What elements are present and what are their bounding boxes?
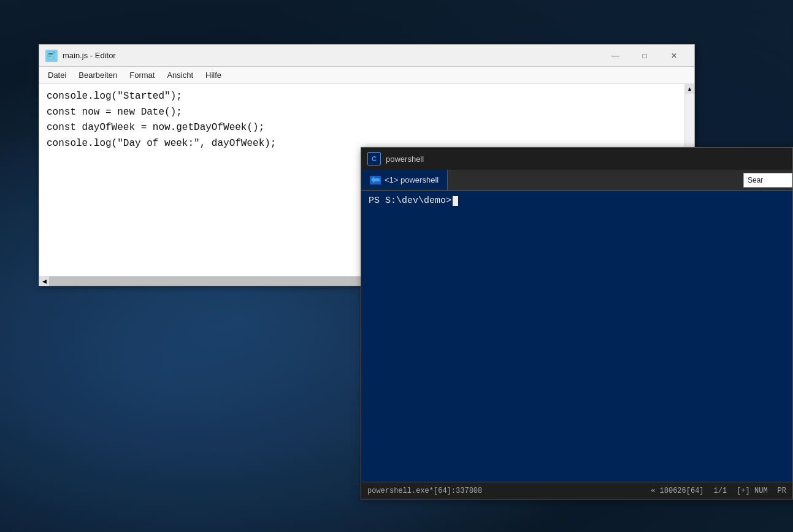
menu-datei[interactable]: Datei (42, 68, 72, 82)
ps-status-extra: PR (778, 487, 786, 495)
editor-titlebar: main.js - Editor — □ ✕ (39, 45, 694, 67)
editor-title: main.js - Editor (63, 51, 116, 60)
ps-tabbar: <1> powershell (361, 170, 792, 191)
ps-tab-label: <1> powershell (385, 175, 439, 184)
ps-tab-1[interactable]: <1> powershell (361, 170, 448, 190)
editor-menubar: Datei Bearbeiten Format Ansicht Hilfe (39, 67, 694, 84)
titlebar-left: main.js - Editor (45, 50, 116, 62)
ps-titlebar-icon: C (367, 152, 381, 165)
scroll-left-arrow[interactable]: ◀ (39, 276, 49, 286)
ps-title-text: powershell (386, 154, 786, 164)
ps-cursor (453, 196, 458, 206)
ps-content-area[interactable]: PS S:\dev\demo> (361, 191, 792, 482)
menu-format[interactable]: Format (123, 68, 161, 82)
ps-status-page: 1/1 (714, 487, 727, 495)
menu-bearbeiten[interactable]: Bearbeiten (72, 68, 123, 82)
minimize-button[interactable]: — (601, 47, 629, 65)
window-controls: — □ ✕ (601, 47, 688, 65)
ps-tab-icon (370, 176, 381, 184)
ps-status-num: [+] NUM (737, 487, 767, 495)
svg-rect-2 (48, 55, 53, 55)
ps-titlebar: C powershell (361, 148, 792, 170)
scroll-up-arrow[interactable]: ▲ (685, 84, 695, 94)
editor-file-icon (45, 50, 58, 62)
svg-rect-1 (48, 53, 53, 54)
ps-search-box (743, 170, 792, 190)
ps-status-left: powershell.exe*[64]:337808 (367, 487, 482, 495)
maximize-button[interactable]: □ (630, 47, 659, 65)
svg-rect-3 (48, 56, 52, 56)
ps-search-input[interactable] (743, 173, 792, 188)
ps-status-right: « 180626[64] 1/1 [+] NUM PR (651, 487, 786, 495)
ps-prompt-line: PS S:\dev\demo> (369, 196, 785, 206)
menu-hilfe[interactable]: Hilfe (199, 68, 228, 82)
ps-status-middle: « 180626[64] (651, 487, 703, 495)
menu-ansicht[interactable]: Ansicht (161, 68, 199, 82)
ps-icon-text: C (372, 155, 377, 162)
ps-statusbar: powershell.exe*[64]:337808 « 180626[64] … (361, 482, 792, 499)
powershell-window: C powershell <1> powershell PS S:\dev\de… (361, 147, 793, 500)
close-button[interactable]: ✕ (660, 47, 688, 65)
svg-marker-5 (371, 177, 380, 183)
ps-prompt-text: PS S:\dev\demo> (369, 196, 451, 206)
code-display: console.log("Started"); const now = new … (47, 89, 677, 151)
